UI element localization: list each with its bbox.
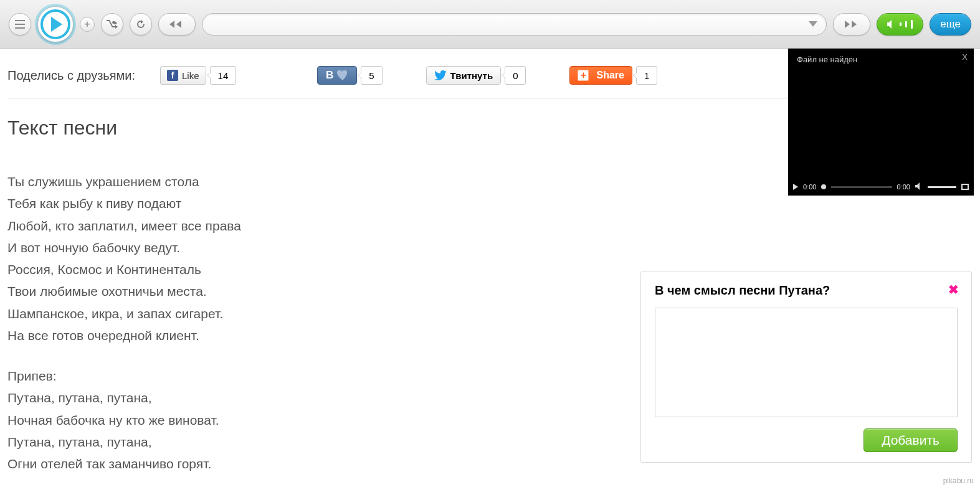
tweet-count: 0 bbox=[505, 66, 526, 85]
chevron-down-icon bbox=[809, 21, 817, 27]
lyrics-line: Путана, путана, путана, bbox=[7, 431, 394, 453]
play-icon bbox=[51, 17, 62, 32]
addthis-button[interactable]: + Share bbox=[569, 66, 632, 85]
share-label: Поделись с друзьями: bbox=[7, 69, 135, 83]
lyrics-line bbox=[7, 346, 394, 365]
repeat-button[interactable] bbox=[130, 13, 152, 35]
more-button[interactable]: еще bbox=[930, 13, 971, 35]
video-close-button[interactable]: X bbox=[962, 52, 968, 62]
addthis-group: + Share 1 bbox=[569, 66, 657, 85]
meaning-submit-button[interactable]: Добавить bbox=[863, 428, 958, 452]
video-error-text: Файл не найден bbox=[797, 55, 857, 64]
lyrics-line: Твои любимые охотничьи места. bbox=[7, 280, 394, 302]
lyrics-line: Путана, путана, путана, bbox=[7, 387, 394, 409]
vk-like-button[interactable]: В bbox=[317, 66, 357, 85]
track-dropdown[interactable] bbox=[202, 13, 827, 35]
menu-button[interactable] bbox=[9, 13, 31, 35]
facebook-count: 14 bbox=[210, 66, 237, 85]
meaning-close-button[interactable]: ✖ bbox=[948, 282, 959, 297]
video-controls: 0:00 0:00 bbox=[788, 178, 974, 196]
content-area: Поделись с друзьями: f Like 14 В 5 Твитн… bbox=[0, 49, 980, 487]
rewind-button[interactable] bbox=[158, 13, 196, 35]
video-volume-bar[interactable] bbox=[928, 186, 956, 188]
lyrics-line: Шампанское, икра, и запах сигарет. bbox=[7, 303, 394, 324]
speaker-icon bbox=[887, 20, 896, 29]
meaning-question: В чем смысл песни Путана? bbox=[655, 283, 958, 298]
video-play-button[interactable] bbox=[793, 184, 798, 190]
heart-icon bbox=[337, 70, 348, 80]
forward-button[interactable] bbox=[833, 13, 870, 35]
video-fullscreen-button[interactable] bbox=[961, 184, 969, 190]
lyrics-line: Тебя как рыбу к пиву подают bbox=[7, 192, 394, 214]
shuffle-icon bbox=[107, 20, 118, 29]
tweet-label: Твитнуть bbox=[450, 70, 493, 81]
lyrics-line: На все готов очередной клиент. bbox=[7, 324, 394, 346]
twitter-icon bbox=[434, 70, 447, 80]
lyrics-line: Россия, Космос и Континенталь bbox=[7, 258, 394, 280]
addthis-label: Share bbox=[596, 70, 624, 81]
play-button[interactable] bbox=[37, 6, 74, 42]
facebook-group: f Like 14 bbox=[160, 66, 236, 85]
lyrics-body: Ты служишь украшением столаТебя как рыбу… bbox=[7, 171, 394, 475]
lyrics-line: Ты служишь украшением стола bbox=[7, 171, 394, 192]
addthis-count: 1 bbox=[636, 66, 657, 85]
lyrics-line: Ночная бабочка ну кто же виноват. bbox=[7, 409, 394, 431]
lyrics-line: Припев: bbox=[7, 365, 394, 387]
watermark: pikabu.ru bbox=[943, 476, 974, 485]
lyrics-line: Любой, кто заплатил, имеет все права bbox=[7, 215, 394, 237]
hamburger-icon bbox=[15, 20, 25, 29]
twitter-group: Твитнуть 0 bbox=[426, 66, 526, 85]
more-label: еще bbox=[940, 18, 961, 31]
video-progress-bar[interactable] bbox=[831, 186, 892, 188]
facebook-like-button[interactable]: f Like bbox=[160, 66, 206, 85]
forward-icon bbox=[844, 20, 860, 29]
video-player: Файл не найден X 0:00 0:00 bbox=[788, 49, 974, 196]
meaning-panel: В чем смысл песни Путана? ✖ Добавить bbox=[640, 272, 972, 463]
video-progress-thumb[interactable] bbox=[821, 184, 826, 189]
meaning-textarea[interactable] bbox=[655, 308, 958, 417]
repeat-icon bbox=[136, 19, 146, 29]
vk-icon: В bbox=[326, 69, 333, 82]
lyrics-line: И вот ночную бабочку ведут. bbox=[7, 237, 394, 258]
video-time-total: 0:00 bbox=[897, 183, 910, 191]
plus-icon: + bbox=[578, 70, 589, 81]
vk-count: 5 bbox=[361, 66, 382, 85]
lyrics-line: Огни отелей так заманчиво горят. bbox=[7, 453, 394, 475]
rewind-icon bbox=[169, 20, 185, 29]
shuffle-button[interactable] bbox=[101, 13, 123, 35]
facebook-icon: f bbox=[167, 70, 178, 81]
video-mute-button[interactable] bbox=[915, 182, 923, 191]
video-time-current: 0:00 bbox=[803, 183, 816, 191]
volume-button[interactable] bbox=[877, 13, 923, 35]
tweet-button[interactable]: Твитнуть bbox=[426, 66, 502, 85]
player-toolbar: + еще bbox=[0, 0, 980, 49]
add-button[interactable]: + bbox=[80, 17, 95, 32]
vk-group: В 5 bbox=[317, 66, 382, 85]
facebook-like-label: Like bbox=[182, 70, 199, 81]
